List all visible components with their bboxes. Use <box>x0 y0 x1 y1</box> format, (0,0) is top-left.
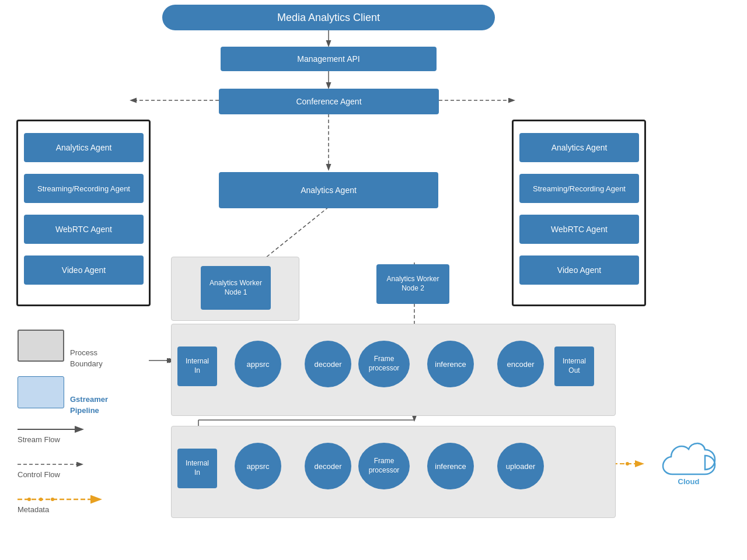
right-analytics-agent: Analytics Agent <box>519 133 639 162</box>
diagram: Media Analytics Client Management API Co… <box>0 0 747 560</box>
p1-frame-processor: Frame processor <box>358 341 410 387</box>
media-analytics-client: Media Analytics Client <box>162 5 495 30</box>
right-webrtc-agent: WebRTC Agent <box>519 215 639 244</box>
p1-inference: inference <box>427 341 474 387</box>
conference-agent: Conference Agent <box>219 89 439 114</box>
svg-point-39 <box>27 498 31 501</box>
pipeline1-area: Internal In appsrc decoder Frame process… <box>171 324 616 416</box>
svg-point-24 <box>626 462 629 466</box>
legend-control-flow-label: Control Flow <box>18 470 60 479</box>
legend-process-boundary-box <box>18 330 64 362</box>
left-webrtc-agent: WebRTC Agent <box>24 215 144 244</box>
p2-decoder: decoder <box>305 443 351 489</box>
pipeline2-area: Internal In appsrc decoder Frame process… <box>171 426 616 518</box>
analytics-worker-node1: Analytics Worker Node 1 <box>201 266 271 310</box>
p1-decoder: decoder <box>305 341 351 387</box>
svg-point-41 <box>51 498 54 501</box>
worker-node1-area: Analytics Worker Node 1 <box>171 257 299 321</box>
p2-frame-processor: Frame processor <box>358 443 410 489</box>
p2-internal-in: Internal In <box>177 449 217 488</box>
management-api: Management API <box>221 47 437 71</box>
left-video-agent: Video Agent <box>24 256 144 285</box>
cloud-label: Cloud <box>654 440 724 486</box>
p1-encoder: encoder <box>497 341 544 387</box>
left-boundary-box: Analytics Agent Streaming/Recording Agen… <box>16 120 151 306</box>
left-analytics-agent: Analytics Agent <box>24 133 144 162</box>
p2-inference: inference <box>427 443 474 489</box>
right-video-agent: Video Agent <box>519 256 639 285</box>
legend-gstreamer-box <box>18 376 64 408</box>
legend-metadata-label: Metadata <box>18 505 49 514</box>
analytics-worker-node2: Analytics Worker Node 2 <box>376 264 449 304</box>
p1-appsrc: appsrc <box>235 341 281 387</box>
left-streaming-agent: Streaming/Recording Agent <box>24 174 144 203</box>
right-boundary-box: Analytics Agent Streaming/Recording Agen… <box>512 120 646 306</box>
p2-appsrc: appsrc <box>235 443 281 489</box>
p1-internal-out: Internal Out <box>554 346 594 386</box>
p1-internal-in: Internal In <box>177 346 217 386</box>
legend-process-boundary-label: Process Boundary <box>70 335 103 370</box>
legend-stream-flow-label: Stream Flow <box>18 435 60 444</box>
svg-point-40 <box>39 498 43 501</box>
legend-gstreamer-label: Gstreamer Pipeline <box>70 382 108 416</box>
p2-uploader: uploader <box>497 443 544 489</box>
right-streaming-agent: Streaming/Recording Agent <box>519 174 639 203</box>
analytics-agent-center: Analytics Agent <box>219 172 438 208</box>
